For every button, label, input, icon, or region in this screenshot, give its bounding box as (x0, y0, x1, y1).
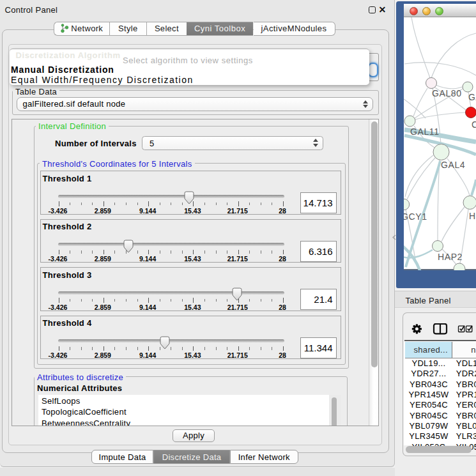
svg-text:C: C (472, 119, 476, 130)
svg-text:GCY1: GCY1 (404, 211, 427, 222)
svg-text:GAL11: GAL11 (410, 127, 440, 137)
svg-text:H: H (469, 211, 476, 221)
svg-text:GA: GA (468, 92, 476, 102)
svg-text:HAP2: HAP2 (438, 252, 463, 262)
svg-text:GAL80: GAL80 (432, 88, 462, 98)
svg-text:GAL4: GAL4 (441, 160, 465, 170)
